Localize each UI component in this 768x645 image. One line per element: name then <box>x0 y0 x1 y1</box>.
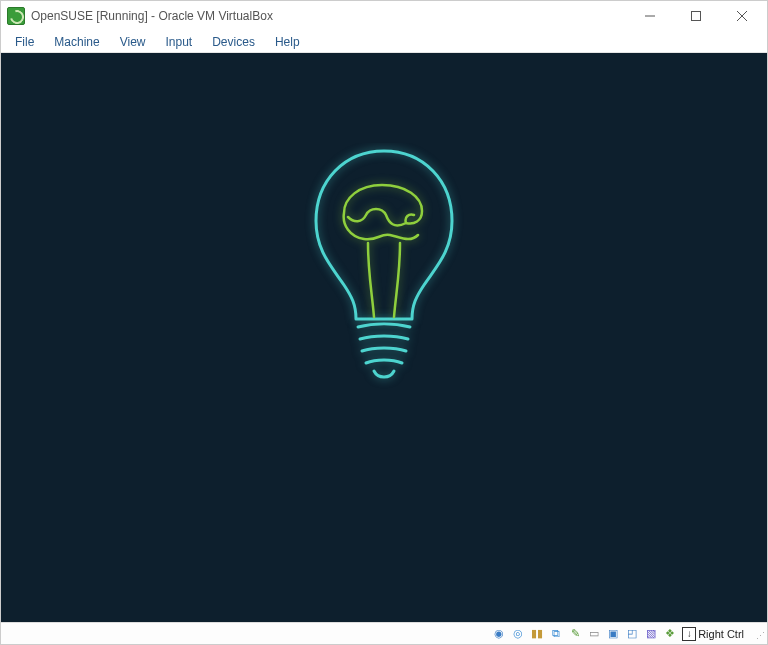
maximize-button[interactable] <box>673 1 719 31</box>
menu-devices[interactable]: Devices <box>202 33 265 51</box>
shared-folder-icon[interactable]: ▭ <box>585 625 603 643</box>
menu-machine[interactable]: Machine <box>44 33 109 51</box>
mouse-integration-icon[interactable]: ❖ <box>661 625 679 643</box>
menu-view[interactable]: View <box>110 33 156 51</box>
optical-disc-icon[interactable]: ◎ <box>509 625 527 643</box>
menu-bar: File Machine View Input Devices Help <box>1 31 767 53</box>
usb-icon[interactable]: ✎ <box>566 625 584 643</box>
host-key-indicator[interactable]: ↓ Right Ctrl <box>680 627 748 641</box>
window-controls <box>627 1 765 31</box>
close-button[interactable] <box>719 1 765 31</box>
host-key-arrow-icon: ↓ <box>682 627 696 641</box>
opensuse-boot-logo <box>294 143 474 403</box>
network-icon[interactable]: ⧉ <box>547 625 565 643</box>
audio-icon[interactable]: ▮▮ <box>528 625 546 643</box>
display-icon[interactable]: ▣ <box>604 625 622 643</box>
recording-icon[interactable]: ◰ <box>623 625 641 643</box>
resize-grip-icon[interactable]: ⋰ <box>751 627 765 641</box>
title-bar: OpenSUSE [Running] - Oracle VM VirtualBo… <box>1 1 767 31</box>
virtualbox-app-icon <box>7 7 25 25</box>
svg-rect-1 <box>692 12 701 21</box>
guest-display[interactable] <box>1 53 767 622</box>
hard-disk-icon[interactable]: ◉ <box>490 625 508 643</box>
host-key-label: Right Ctrl <box>698 628 744 640</box>
menu-help[interactable]: Help <box>265 33 310 51</box>
window-title: OpenSUSE [Running] - Oracle VM VirtualBo… <box>31 9 627 23</box>
status-bar: ◉ ◎ ▮▮ ⧉ ✎ ▭ ▣ ◰ ▧ ❖ ↓ Right Ctrl ⋰ <box>1 622 767 644</box>
cpu-icon[interactable]: ▧ <box>642 625 660 643</box>
menu-file[interactable]: File <box>5 33 44 51</box>
minimize-button[interactable] <box>627 1 673 31</box>
menu-input[interactable]: Input <box>156 33 203 51</box>
